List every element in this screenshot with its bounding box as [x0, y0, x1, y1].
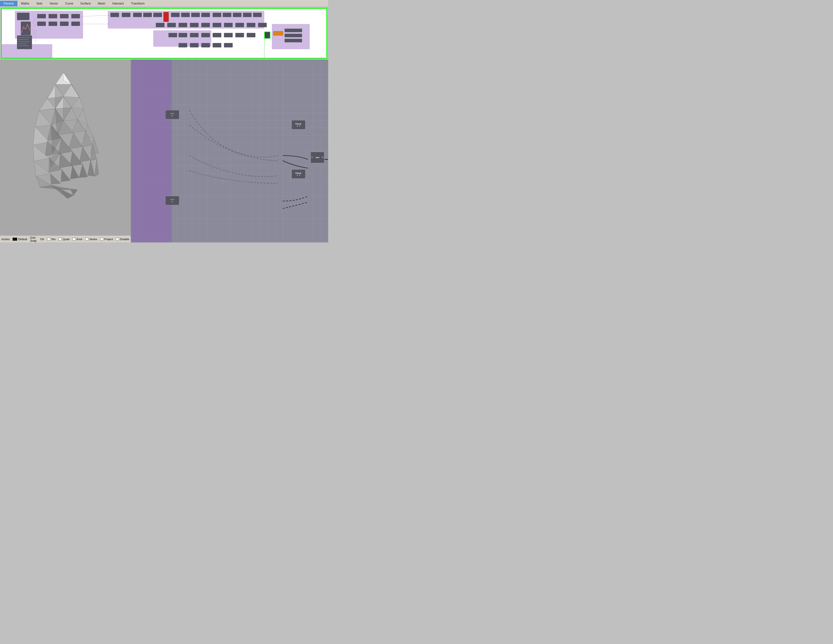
ov-node-m4 [71, 14, 80, 18]
svg-marker-49 [61, 170, 71, 182]
ov-node-m7 [60, 21, 69, 26]
view-label: Ort [40, 238, 44, 241]
svg-marker-23 [71, 98, 84, 109]
disable-checkbox[interactable] [116, 238, 119, 241]
layer-label: Default [18, 238, 27, 241]
svg-line-11 [32, 39, 37, 42]
ov-node-r8 [191, 13, 200, 17]
ov-node-r9 [201, 13, 210, 17]
ov-node-m2 [48, 14, 57, 18]
ov-node-q2 [190, 43, 199, 47]
svg-marker-51 [36, 176, 51, 187]
join-node-3[interactable]: Join C [165, 196, 179, 205]
graph-purple-left [131, 60, 172, 242]
checkbox-project[interactable]: Project [100, 238, 113, 241]
checkbox-tan[interactable]: Tan [47, 238, 56, 241]
ov-node-t1 [168, 33, 177, 37]
tan-label: Tan [51, 238, 56, 241]
ov-node-s6 [212, 23, 221, 27]
ov-node-t6 [224, 33, 233, 37]
bottom-section: Viewport + [0, 60, 328, 242]
svg-marker-42 [59, 153, 72, 168]
svg-marker-44 [34, 161, 50, 176]
unit-label: Inches [2, 238, 10, 241]
checkbox-knot[interactable]: Knot [72, 238, 82, 241]
menu-surface[interactable]: Surface [77, 1, 94, 6]
ov-node-m3 [60, 14, 69, 18]
vertex-label: Vertex [89, 238, 97, 241]
ov-node-r3 [133, 13, 142, 17]
checkbox-vertex[interactable]: Vertex [85, 238, 97, 241]
ov-node-m6 [48, 21, 57, 26]
snap-label: Grid Snap [30, 236, 37, 242]
ov-node-text [17, 35, 32, 49]
ov-node-s4 [190, 23, 199, 27]
checkbox-disable[interactable]: Disable [116, 238, 129, 241]
svg-marker-34 [68, 133, 82, 149]
svg-marker-20 [39, 98, 55, 111]
menu-sets[interactable]: Sets [33, 1, 46, 6]
knot-checkbox[interactable] [72, 238, 76, 241]
planar-node-2[interactable]: Planar ES [291, 169, 306, 179]
ov-node-r12 [233, 13, 241, 17]
ov-node-r14 [253, 13, 262, 17]
ov-node-r11 [223, 13, 232, 17]
ov-node-orange [273, 31, 283, 35]
vertex-checkbox[interactable] [85, 238, 88, 241]
project-checkbox[interactable] [100, 238, 103, 241]
layer-indicator: Default [13, 238, 27, 241]
ov-node-m5 [37, 21, 46, 26]
quad-checkbox[interactable] [59, 238, 61, 241]
svg-marker-40 [79, 147, 91, 162]
ov-node-r5 [153, 13, 162, 17]
menu-params[interactable]: Params [0, 1, 18, 6]
svg-marker-45 [95, 159, 99, 176]
ov-node-s5 [201, 23, 210, 27]
svg-marker-32 [33, 127, 49, 145]
overview-canvas [2, 9, 326, 58]
ov-node-q1 [178, 43, 187, 47]
menu-intersect[interactable]: Intersect [109, 1, 127, 6]
ov-node-t3 [190, 33, 199, 37]
tan-checkbox[interactable] [47, 238, 50, 241]
knot-label: Knot [77, 238, 82, 241]
ov-node-q3 [201, 43, 210, 47]
ov-node-s7 [224, 23, 233, 27]
status-bar: Inches Default Grid Snap Ort Tan Quad [0, 235, 131, 242]
ov-node-red [163, 12, 169, 22]
ov-node-s2 [167, 23, 176, 27]
menu-vector[interactable]: Vector [46, 1, 61, 6]
ov-node-r10 [212, 13, 221, 17]
svg-line-12 [81, 15, 110, 16]
ov-node-far1 [285, 29, 302, 32]
ov-node-chart [21, 21, 31, 35]
ov-node-s3 [178, 23, 187, 27]
svg-marker-47 [79, 164, 88, 178]
planar-node-1[interactable]: Planar ES [291, 120, 306, 129]
ov-node-t5 [212, 33, 221, 37]
menu-bar: Params Maths Sets Vector Curve Surface M… [0, 0, 328, 7]
menu-curve[interactable]: Curve [61, 1, 77, 6]
node-graph: Join C Planar ES B Join B Brep [131, 60, 328, 242]
main-layout: Viewport + [0, 7, 328, 242]
ov-node-m1 [37, 14, 46, 18]
ov-node-r7 [181, 13, 190, 17]
menu-maths[interactable]: Maths [18, 1, 33, 6]
menu-mesh[interactable]: Mesh [94, 1, 109, 6]
ov-node-s9 [247, 23, 256, 27]
join-node-2[interactable]: B Join B [310, 152, 324, 163]
ov-node-q5 [224, 43, 233, 47]
ov-node-t7 [235, 33, 244, 37]
project-label: Project [104, 238, 113, 241]
viewport-panel: Viewport + [0, 60, 131, 242]
ov-node-far3 [285, 39, 302, 42]
ov-node-r13 [243, 13, 252, 17]
ov-node-r2 [122, 13, 130, 17]
menu-transform[interactable]: Transform [127, 1, 148, 6]
checkbox-quad[interactable]: Quad [59, 238, 69, 241]
ov-node-t4 [201, 33, 210, 37]
join-node-1[interactable]: Join C [165, 110, 179, 119]
viewport-3d [0, 60, 131, 235]
ov-node-green-highlight [264, 32, 270, 39]
ov-node-r1 [110, 13, 119, 17]
